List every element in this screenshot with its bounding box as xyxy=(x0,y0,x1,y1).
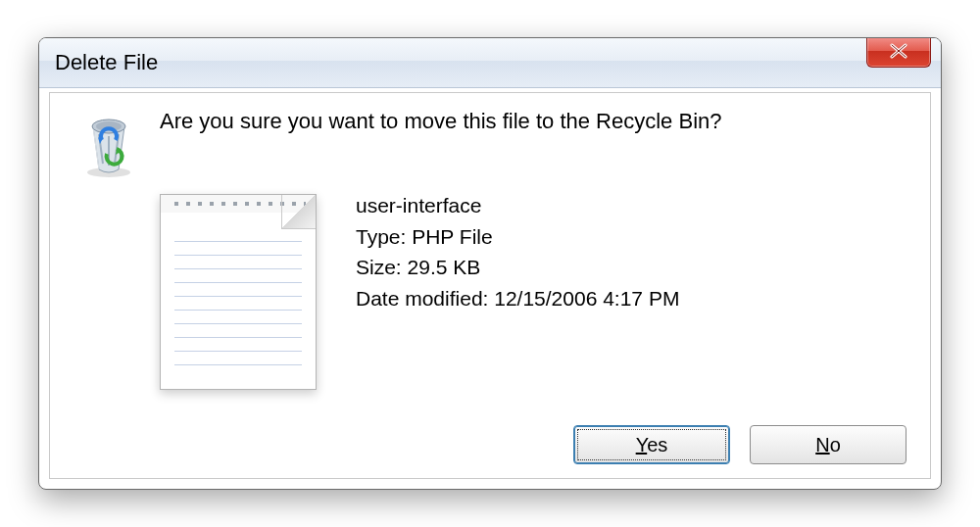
client-area: Are you sure you want to move this file … xyxy=(49,92,931,479)
document-icon xyxy=(160,194,317,390)
file-size: Size: 29.5 KB xyxy=(356,252,679,283)
yes-button-label: Yes xyxy=(636,434,668,456)
no-button-label: No xyxy=(815,434,841,456)
file-name: user-interface xyxy=(356,190,679,221)
delete-file-dialog: Delete File xyxy=(38,37,942,490)
yes-button[interactable]: Yes xyxy=(573,425,730,464)
titlebar: Delete File xyxy=(39,38,941,88)
confirmation-text: Are you sure you want to move this file … xyxy=(160,109,722,184)
close-button[interactable] xyxy=(866,37,931,68)
close-icon xyxy=(887,41,910,64)
file-thumbnail xyxy=(160,194,317,390)
recycle-bin-icon xyxy=(79,111,138,184)
file-type: Type: PHP File xyxy=(356,221,679,253)
file-date-modified: Date modified: 12/15/2006 4:17 PM xyxy=(356,283,679,314)
button-bar: Yes No xyxy=(573,425,906,464)
dialog-title: Delete File xyxy=(39,50,158,75)
no-button[interactable]: No xyxy=(750,425,906,464)
file-metadata: user-interface Type: PHP File Size: 29.5… xyxy=(356,190,679,390)
